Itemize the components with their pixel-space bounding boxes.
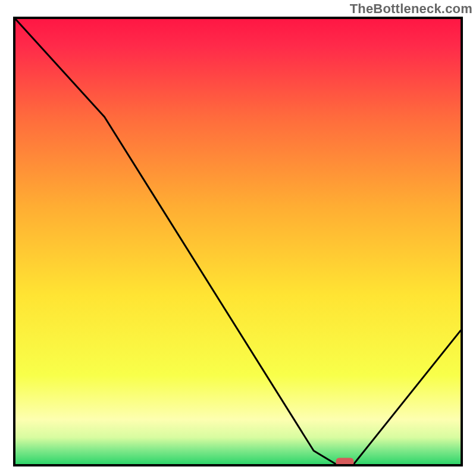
watermark-text: TheBottleneck.com <box>350 1 472 17</box>
curve-layer <box>15 19 461 464</box>
chart-container: TheBottleneck.com <box>0 0 476 476</box>
bottleneck-curve <box>15 19 461 464</box>
optimal-range-marker <box>336 458 354 464</box>
plot-frame <box>13 17 463 466</box>
